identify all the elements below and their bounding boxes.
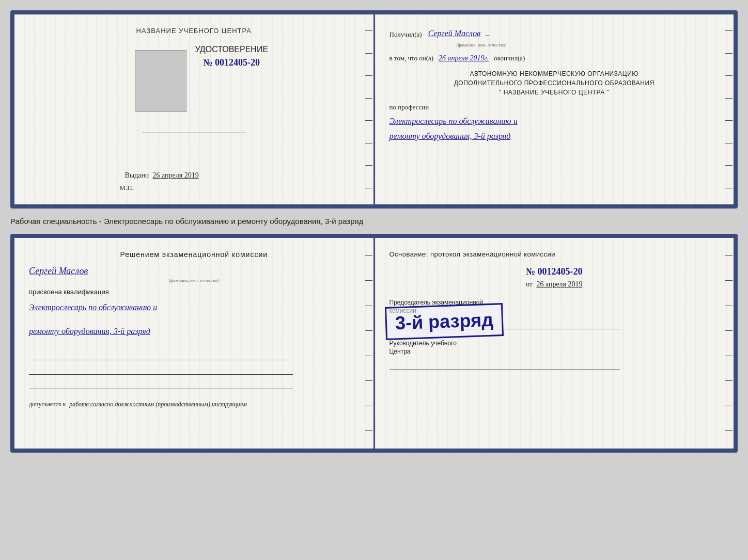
from-label: от <box>526 280 533 288</box>
photo-placeholder <box>135 50 186 112</box>
org-block: АВТОНОМНУЮ НЕКОММЕРЧЕСКУЮ ОРГАНИЗАЦИЮ ДО… <box>389 69 720 97</box>
recipient-name: Сергей Маслов <box>428 27 481 40</box>
bottom-certificate-card: Решением экзаменационной комиссии Сергей… <box>10 234 738 453</box>
profession-line1: Электрослесарь по обслуживанию и <box>389 114 720 129</box>
sig-line-2 <box>29 362 293 375</box>
допускается-text: работе согласно должностным (производств… <box>69 401 247 408</box>
assigned-text: присвоена квалификация <box>29 288 359 296</box>
from-date: от 26 апреля 2019 <box>389 280 720 289</box>
top-cert-left: НАЗВАНИЕ УЧЕБНОГО ЦЕНТРА УДОСТОВЕРЕНИЕ №… <box>14 14 373 204</box>
head-label: Руководитель учебного Центра <box>389 340 720 356</box>
bottom-left-decorative-lines <box>364 238 373 449</box>
issued-line: Выдано 26 апреля 2019 <box>119 171 198 180</box>
head-sig-line <box>389 358 620 370</box>
osnov-title: Основание: протокол экзаменационной коми… <box>389 250 720 258</box>
fio-sub-bottom: (фамилия, имя, отчество) <box>29 278 359 283</box>
допускается-block: допускается к работе согласно должностны… <box>29 401 359 408</box>
left-decorative-lines <box>364 14 373 204</box>
decision-title: Решением экзаменационной комиссии <box>29 250 359 259</box>
profession-block: по профессии Электрослесарь по обслужива… <box>389 102 720 143</box>
right-top-decorative-lines <box>724 14 734 204</box>
mp-label: М.П. <box>119 184 268 192</box>
head-line2: Центра <box>389 348 411 355</box>
between-label: Рабочая специальность - Электрослесарь п… <box>10 215 738 228</box>
person-name: Сергей Маслов <box>29 266 359 277</box>
vtom-line: в том, что он(а) 26 апреля 2019г. окончи… <box>389 53 720 64</box>
bottom-cert-right: Основание: протокол экзаменационной коми… <box>375 238 734 449</box>
head-line1: Руководитель учебного <box>389 340 457 347</box>
udost-number: № 0012405-20 <box>195 57 268 68</box>
org-line2: ДОПОЛНИТЕЛЬНОГО ПРОФЕССИОНАЛЬНОГО ОБРАЗО… <box>389 78 720 88</box>
protocol-number: № 0012405-20 <box>389 266 720 277</box>
vtom-prefix: в том, что он(а) <box>389 53 434 64</box>
po-professii: по профессии <box>389 102 720 113</box>
page-wrapper: НАЗВАНИЕ УЧЕБНОГО ЦЕНТРА УДОСТОВЕРЕНИЕ №… <box>10 10 738 453</box>
stamp-box: 3-й разряд <box>384 303 503 340</box>
qualification-line2: ремонту оборудования, 3-й разряд <box>29 324 359 339</box>
qualification-line1: Электрослесарь по обслуживанию и <box>29 300 359 315</box>
vtom-date: 26 апреля 2019г. <box>439 53 489 64</box>
top-school-name: НАЗВАНИЕ УЧЕБНОГО ЦЕНТРА <box>119 27 268 35</box>
stamp-text: 3-й разряд <box>395 309 493 334</box>
issued-label: Выдано <box>124 171 149 179</box>
допускается-label: допускается к <box>29 401 66 408</box>
fio-sublabel-top: (фамилия, имя, отчество) <box>457 41 720 49</box>
udost-title: УДОСТОВЕРЕНИЕ <box>195 45 268 54</box>
signature-lines <box>29 348 359 389</box>
from-date-value: 26 апреля 2019 <box>536 280 582 288</box>
bottom-cert-left: Решением экзаменационной комиссии Сергей… <box>14 238 373 449</box>
top-cert-right: Получил(а) Сергей Маслов – (фамилия, имя… <box>375 14 734 204</box>
vtom-suffix: окончил(а) <box>494 53 525 64</box>
issued-date: 26 апреля 2019 <box>152 171 198 179</box>
bottom-right-decorative-lines <box>724 238 734 449</box>
sig-line-1 <box>29 348 293 360</box>
profession-line2: ремонту оборудования, 3-й разряд <box>389 129 720 144</box>
org-line3: " НАЗВАНИЕ УЧЕБНОГО ЦЕНТРА " <box>389 88 720 97</box>
received-prefix: Получил(а) <box>389 29 422 40</box>
sig-line-3 <box>29 377 293 389</box>
org-line1: АВТОНОМНУЮ НЕКОММЕРЧЕСКУЮ ОРГАНИЗАЦИЮ <box>389 69 720 78</box>
top-certificate-card: НАЗВАНИЕ УЧЕБНОГО ЦЕНТРА УДОСТОВЕРЕНИЕ №… <box>10 10 738 209</box>
recipient-line: Получил(а) Сергей Маслов – <box>389 27 720 40</box>
